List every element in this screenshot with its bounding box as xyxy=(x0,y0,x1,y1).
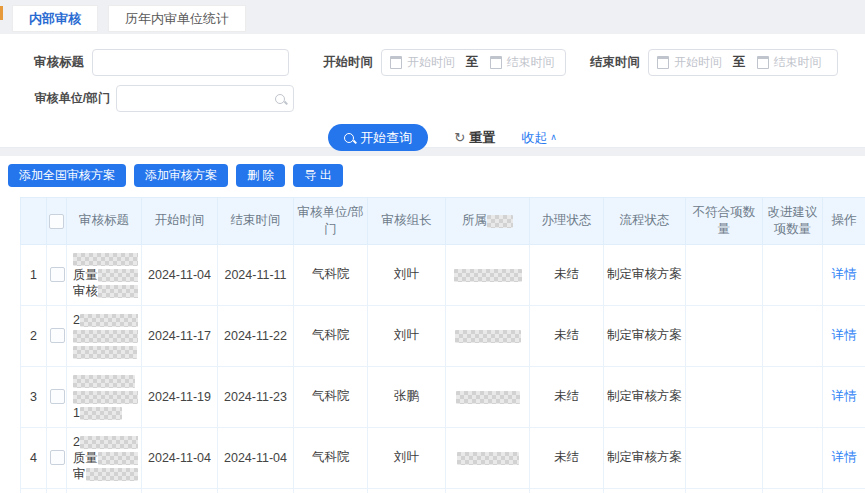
header-checkbox-cell xyxy=(47,198,67,245)
row-checkbox-cell xyxy=(47,244,67,305)
handle-status-cell: 未结 xyxy=(530,488,604,493)
redacted-text xyxy=(98,269,138,282)
redacted-text xyxy=(457,452,519,465)
audit-title-cell: 质量审核 xyxy=(67,244,142,305)
audit-title-line xyxy=(73,328,138,344)
row-checkbox[interactable] xyxy=(50,328,65,343)
range-end-placeholder: 结束时间 xyxy=(507,54,555,71)
row-index-cell: 1 xyxy=(21,244,47,305)
tab-bar: 内部审核 历年内审单位统计 xyxy=(0,0,865,32)
flow-status-cell: 制定审核方案 xyxy=(604,427,686,488)
action-cell: 详情 xyxy=(823,366,865,427)
audit-title-line: 1 xyxy=(73,405,138,421)
start-time-cell: 2024-11-19 xyxy=(142,366,218,427)
audit-title-line: 2 xyxy=(73,434,138,450)
audit-title-line: 质量 xyxy=(73,450,138,466)
reset-button[interactable]: ↻ 重置 xyxy=(454,129,495,147)
table-header-row: 审核标题 开始时间 结束时间 审核单位/部门 审核组长 所属 办理状态 流程状态… xyxy=(21,198,865,245)
delete-button[interactable]: 删 除 xyxy=(236,164,285,187)
row-checkbox-cell xyxy=(47,488,67,493)
improve-count-cell xyxy=(763,366,823,427)
start-time-cell: 2024-11-04 xyxy=(142,244,218,305)
detail-link[interactable]: 详情 xyxy=(832,267,857,281)
improve-count-cell xyxy=(763,244,823,305)
redacted-text xyxy=(80,407,122,420)
range-end-placeholder: 结束时间 xyxy=(774,54,822,71)
chevron-up-icon: ∧ xyxy=(550,132,557,142)
redacted-text xyxy=(80,314,138,327)
detail-link[interactable]: 详情 xyxy=(832,389,857,403)
header-start-time: 开始时间 xyxy=(142,198,218,245)
nonconform-count-cell xyxy=(686,244,763,305)
row-checkbox[interactable] xyxy=(50,389,65,404)
calendar-icon xyxy=(657,56,669,69)
filter-panel: 审核标题 开始时间 开始时间 至 结束时间 结束时间 开始时间 至 结束时间 审… xyxy=(0,34,865,148)
audit-title-cell: 部1 xyxy=(67,366,142,427)
dept-cell xyxy=(446,427,530,488)
end-time-cell: 2024-11-04 xyxy=(218,427,294,488)
tab-historical-stats[interactable]: 历年内审单位统计 xyxy=(108,5,246,32)
audit-title-text: 2 xyxy=(73,435,80,449)
nonconform-count-cell xyxy=(686,427,763,488)
row-checkbox[interactable] xyxy=(50,450,65,465)
tab-internal-audit[interactable]: 内部审核 xyxy=(12,5,98,32)
audit-unit-cell: 气科院 xyxy=(294,366,368,427)
nonconform-count-cell xyxy=(686,305,763,366)
improve-count-cell xyxy=(763,305,823,366)
row-index-cell: 2 xyxy=(21,305,47,366)
collapse-link[interactable]: 收起 ∧ xyxy=(521,129,557,147)
handle-status-cell: 未结 xyxy=(530,366,604,427)
table-row: 42质量审2024-11-042024-11-04气科院刘叶未结制定审核方案详情 xyxy=(21,427,865,488)
audit-title-text: 质量 xyxy=(73,451,98,465)
left-edge-accent xyxy=(0,6,3,20)
redacted-text xyxy=(86,468,138,481)
audit-leader-cell: 张鹏 xyxy=(368,366,446,427)
row-checkbox-cell xyxy=(47,427,67,488)
flow-status-cell: 制定审核方案 xyxy=(604,366,686,427)
calendar-icon xyxy=(490,56,502,69)
audit-title-cell: 质量管理体部审核（11月） xyxy=(67,488,142,493)
audit-unit-cell: 气科院 xyxy=(294,488,368,493)
audit-title-line: 部 xyxy=(73,389,138,405)
audit-title-input[interactable] xyxy=(92,49,289,76)
add-national-plan-button[interactable]: 添加全国审核方案 xyxy=(8,164,126,187)
add-plan-button[interactable]: 添加审核方案 xyxy=(134,164,228,187)
audit-unit-cell: 气科院 xyxy=(294,427,368,488)
redacted-text xyxy=(98,452,138,465)
redacted-text xyxy=(454,269,522,282)
end-time-range-picker[interactable]: 开始时间 至 结束时间 xyxy=(648,49,838,76)
action-cell: 详情 xyxy=(823,244,865,305)
improve-count-cell xyxy=(763,488,823,493)
audit-table: 审核标题 开始时间 结束时间 审核单位/部门 审核组长 所属 办理状态 流程状态… xyxy=(20,197,865,493)
row-checkbox[interactable] xyxy=(50,267,65,282)
audit-title-text: 审核 xyxy=(73,284,98,298)
audit-title-line: 审核 xyxy=(73,283,138,299)
header-flow-status: 流程状态 xyxy=(604,198,686,245)
calendar-icon xyxy=(390,56,402,69)
action-cell: 详情 xyxy=(823,488,865,493)
start-time-cell: 2024-11-17 xyxy=(142,305,218,366)
header-audit-title: 审核标题 xyxy=(67,198,142,245)
audit-title-line: 审 xyxy=(73,466,138,482)
detail-link[interactable]: 详情 xyxy=(832,328,857,342)
redacted-text xyxy=(80,436,138,449)
detail-link[interactable]: 详情 xyxy=(832,450,857,464)
flow-status-cell: 制定审核方案 xyxy=(604,244,686,305)
start-time-cell: 2024-11-04 xyxy=(142,488,218,493)
header-dept-redacted: 所属 xyxy=(446,198,530,245)
query-button[interactable]: 开始查询 xyxy=(328,124,428,151)
audit-title-label: 审核标题 xyxy=(20,54,84,71)
export-button[interactable]: 导 出 xyxy=(293,164,342,187)
row-index-cell: 4 xyxy=(21,427,47,488)
header-handle-status: 办理状态 xyxy=(530,198,604,245)
select-all-checkbox[interactable] xyxy=(49,214,64,229)
refresh-icon: ↻ xyxy=(454,130,465,145)
search-icon xyxy=(344,133,354,143)
filter-actions: 开始查询 ↻ 重置 收起 ∧ xyxy=(20,124,865,151)
start-time-range-picker[interactable]: 开始时间 至 结束时间 xyxy=(381,49,566,76)
audit-leader-cell: 刘叶 xyxy=(368,305,446,366)
end-time-cell: 2024-11-11 xyxy=(218,244,294,305)
audit-unit-input[interactable] xyxy=(116,85,294,112)
audit-title-text: 1 xyxy=(73,406,80,420)
range-start-placeholder: 开始时间 xyxy=(674,54,722,71)
